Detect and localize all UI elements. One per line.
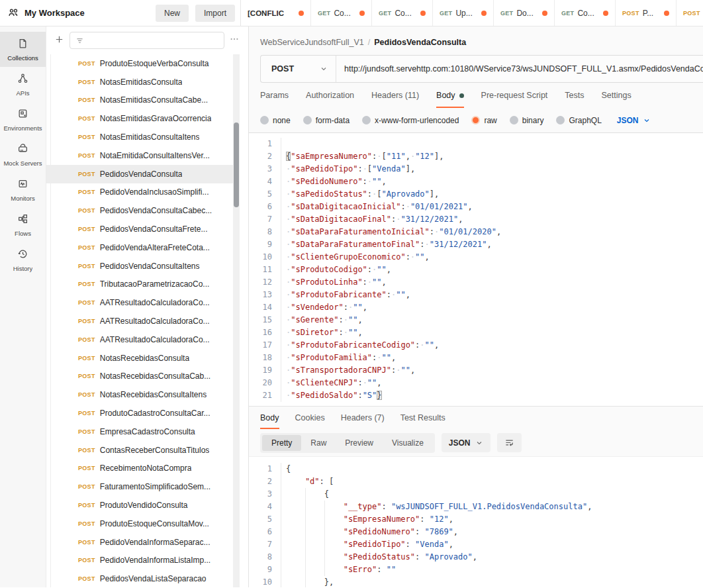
sidebar-nav-collections[interactable]: Collections (0, 32, 46, 67)
request-list-item[interactable]: POSTPedidoVendaAlteraFreteCota... (46, 238, 248, 257)
request-name: ContasReceberConsultaTitulos (100, 446, 210, 455)
view-visualize[interactable]: Visualize (383, 435, 433, 451)
mode-label: form-data (316, 116, 350, 125)
response-body-viewer[interactable]: 1{2"d": [3{4"__type": "wsJUNDSOFT_FULL_V… (249, 456, 703, 587)
response-tab-body[interactable]: Body (260, 407, 279, 429)
tab-tests[interactable]: Tests (565, 83, 584, 108)
open-tab[interactable]: POSTP... (616, 0, 677, 26)
request-list-item[interactable]: POSTProdutoVendidoConsulta (46, 496, 248, 514)
request-body-editor[interactable]: 12{"saEmpresaNumero":·["11",·"12"],3·"sa… (249, 132, 703, 406)
view-preview[interactable]: Preview (336, 435, 383, 451)
sidebar-nav-environments[interactable]: Environments (0, 102, 46, 137)
scrollbar-thumb[interactable] (234, 122, 239, 207)
request-list-item[interactable]: POSTPedidosVendaConsultaItens (46, 257, 248, 275)
request-list-item[interactable]: POSTAATResultadoCalculadoraCo... (46, 330, 248, 349)
request-list-item[interactable]: POSTNotasEmitidasConsultaItens (46, 128, 248, 146)
request-method-label: POST (78, 428, 95, 435)
sidebar-nav-mock-servers[interactable]: Mock Servers (0, 137, 46, 172)
body-mode-x-www-form-urlencoded[interactable]: x-www-form-urlencoded (362, 116, 459, 125)
request-list-item[interactable]: POSTPedidosVendaConsulta (46, 165, 234, 183)
tab-authorization[interactable]: Authorization (306, 83, 354, 108)
request-method-label: POST (78, 244, 95, 251)
response-tab-cookies[interactable]: Cookies (295, 407, 325, 429)
tab-title: Do... (516, 9, 533, 18)
import-button[interactable]: Import (195, 5, 235, 22)
tab-method-label: GET (318, 10, 330, 17)
open-tab[interactable]: GETCo... (311, 0, 372, 26)
sidebar-scrollbar[interactable] (233, 54, 240, 587)
open-tab[interactable]: GETUp... (433, 0, 494, 26)
breadcrumb-collection[interactable]: WebServiceJundsoftFull_V1 (260, 38, 364, 47)
view-raw[interactable]: Raw (301, 435, 336, 451)
request-list-item[interactable]: POSTNotasRecebidasConsultaItens (46, 385, 248, 404)
open-tabs-strip: [CONFLICGETCo...GETCo...GETUp...GETDo...… (241, 0, 703, 26)
request-list-item[interactable]: POSTAATResultadoCalculadoraCo... (46, 312, 248, 330)
code-line: 15·"sGerente":·"", (249, 314, 703, 326)
method-select[interactable]: POST (261, 56, 336, 82)
request-list-item[interactable]: POSTProdutoCadastroConsultaCar... (46, 404, 248, 422)
open-tab[interactable]: GETCo... (372, 0, 433, 26)
request-list-item[interactable]: POSTNotaEmitidaConsultaItensVer... (46, 146, 248, 165)
breadcrumb: WebServiceJundsoftFull_V1/PedidosVendaCo… (249, 26, 703, 51)
request-method-label: POST (78, 318, 95, 324)
open-tab[interactable]: [CONFLIC (241, 0, 311, 26)
response-tab-test-results[interactable]: Test Results (400, 407, 445, 429)
add-request-button[interactable] (54, 34, 64, 46)
tab-pre-request-script[interactable]: Pre-request Script (481, 83, 548, 108)
sidebar-more-button[interactable] (230, 34, 239, 46)
tab-body[interactable]: Body (436, 83, 464, 108)
tab-headers-11-[interactable]: Headers (11) (371, 83, 419, 108)
request-list-item[interactable]: POSTRecebimentoNotaCompra (46, 460, 248, 478)
tab-settings[interactable]: Settings (602, 83, 632, 108)
request-list-item[interactable]: POSTNotasEmitidasConsulta (46, 73, 248, 91)
open-tab[interactable]: GETDo... (494, 0, 555, 26)
code-line: 4·"sPedidoNumero":·"", (249, 175, 703, 188)
sidebar-filter[interactable] (70, 32, 224, 49)
open-tab[interactable]: POSTG... (677, 0, 703, 26)
response-view-switch: PrettyRawPreviewVisualize (260, 433, 435, 453)
request-list-item[interactable]: POSTProdutoEstoqueVerbaConsulta (46, 54, 248, 73)
url-input[interactable]: http://jundsoft.servehttp.com:10180/WSer… (336, 56, 703, 82)
body-language-select[interactable]: JSON (617, 116, 651, 125)
request-list-item[interactable]: POSTPedidosVendaListaSeparacao (46, 569, 248, 587)
wrap-lines-button[interactable] (497, 433, 522, 452)
request-list-item[interactable]: POSTTributacaoParametrizacaoCo... (46, 275, 248, 294)
body-mode-form-data[interactable]: form-data (303, 116, 350, 125)
sidebar-nav-apis[interactable]: APIs (0, 67, 46, 102)
top-bar: My Workspace New Import [CONFLICGETCo...… (0, 0, 703, 26)
request-list-item[interactable]: POSTPedidosVendaConsultaFrete... (46, 220, 248, 238)
body-mode-none[interactable]: none (260, 116, 291, 125)
request-list-item[interactable]: POSTNotasEmitidasConsultaCabe... (46, 91, 248, 110)
body-mode-binary[interactable]: binary (510, 116, 544, 125)
body-mode-raw[interactable]: raw (471, 116, 496, 125)
filter-input[interactable] (88, 36, 218, 45)
body-mode-GraphQL[interactable]: GraphQL (556, 116, 601, 125)
request-list-item[interactable]: POSTPedidoVendaInclusaoSimplifi... (46, 183, 248, 202)
workspace-switcher[interactable]: My Workspace (8, 7, 85, 19)
line-number: 1 (249, 138, 281, 150)
sidebar-nav-history[interactable]: History (0, 242, 46, 277)
sidebar-nav-flows[interactable]: Flows (0, 207, 46, 242)
response-tab-headers-7-[interactable]: Headers (7) (341, 407, 385, 429)
request-list-item[interactable]: POSTFaturamentoSimplificadoSem... (46, 477, 248, 496)
request-list-item[interactable]: POSTPedidosVendaConsultaCabec... (46, 201, 248, 220)
request-list-item[interactable]: POSTAATResultadoCalculadoraCo... (46, 293, 248, 312)
request-name: AATResultadoCalculadoraCo... (100, 335, 210, 344)
people-icon (8, 7, 19, 19)
open-tab[interactable]: GETCo... (555, 0, 616, 26)
body-mode-row: noneform-datax-www-form-urlencodedrawbin… (260, 108, 703, 132)
request-list-item[interactable]: POSTNotasRecebidasConsulta (46, 349, 248, 368)
request-list-item[interactable]: POSTNotasEmitidasGravaOcorrencia (46, 109, 248, 128)
tab-params[interactable]: Params (260, 83, 289, 108)
request-list-item[interactable]: POSTNotasRecebidasConsultaCab... (46, 368, 248, 386)
view-pretty[interactable]: Pretty (262, 435, 301, 451)
response-language-select[interactable]: JSON (442, 433, 491, 452)
request-list-item[interactable]: POSTEmpresaCadastroConsulta (46, 422, 248, 441)
sidebar-nav-monitors[interactable]: Monitors (0, 172, 46, 207)
request-list-item[interactable]: POSTContasReceberConsultaTitulos (46, 441, 248, 460)
new-button[interactable]: New (156, 5, 189, 22)
request-list-item[interactable]: POSTPedidoVendaInformaListaImp... (46, 552, 248, 570)
request-list-item[interactable]: POSTPedidoVendaInformaSeparac... (46, 533, 248, 552)
code-line: 20·"sClienteCNPJ":·"", (249, 377, 703, 389)
request-list-item[interactable]: POSTProdutoEstoqueConsultaMov... (46, 514, 248, 533)
